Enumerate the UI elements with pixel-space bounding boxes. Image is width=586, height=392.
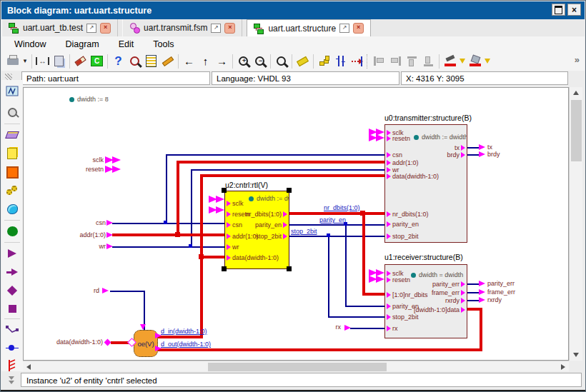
check-diagram-button[interactable] xyxy=(72,53,89,69)
oe-port-enable[interactable] xyxy=(140,324,146,330)
port-arrow-wr[interactable] xyxy=(106,243,113,249)
tab-close-icon[interactable]: × xyxy=(224,23,235,34)
net-label-d-out[interactable]: d_out(dwidth-1:0) xyxy=(161,341,211,348)
wire-frame-err[interactable] xyxy=(467,292,479,293)
signal-label-frame-err[interactable]: frame_err xyxy=(487,288,515,296)
signal-label-parity-err[interactable]: parity_err xyxy=(487,280,515,287)
port-arrow-frame-err[interactable] xyxy=(479,289,485,295)
bus-addr[interactable] xyxy=(177,161,384,164)
zoom-full-button[interactable] xyxy=(273,53,289,69)
global-port-resetn[interactable] xyxy=(105,166,121,173)
zoom-in-button[interactable]: + xyxy=(235,53,252,69)
port-label[interactable]: rxrdy xyxy=(445,297,460,304)
port-label[interactable]: parity_en xyxy=(255,221,282,228)
block-title-u2[interactable]: u2:cntrl:rtl(V) xyxy=(225,181,268,189)
toolbar-overflow-button[interactable]: » xyxy=(575,54,580,65)
port-in-tool-button[interactable] xyxy=(4,245,21,262)
generic-note[interactable]: dwidth := 8 xyxy=(69,96,109,103)
signal-tool-button[interactable] xyxy=(4,321,21,338)
signal-label-data[interactable]: data(dwidth-1:0) xyxy=(47,338,103,346)
port-label[interactable]: stop_2bit xyxy=(392,233,419,240)
reroute-button[interactable] xyxy=(349,53,365,69)
bus-d-out[interactable] xyxy=(158,348,482,351)
zoom-out-button[interactable]: − xyxy=(252,53,268,69)
port-label[interactable]: stop_2bit xyxy=(392,313,419,321)
align-left-button[interactable] xyxy=(371,53,387,69)
global-port-resetn[interactable] xyxy=(369,276,385,283)
wire-wr[interactable] xyxy=(191,169,384,171)
align-right-button[interactable] xyxy=(387,53,404,69)
menu-diagram[interactable]: Diagram xyxy=(65,39,99,49)
scroll-left-button[interactable] xyxy=(23,361,34,372)
port-label[interactable]: data(dwidth-1:0) xyxy=(232,254,279,261)
eraser-tool-button[interactable] xyxy=(4,126,21,144)
tab-uart-transmit-fsm[interactable]: uart.transmit.fsm ↗ × xyxy=(122,19,242,36)
port-arrow-parity-err[interactable] xyxy=(479,281,485,286)
signal-label-brdy[interactable]: brdy xyxy=(487,151,500,158)
global-port-resetn[interactable] xyxy=(369,134,385,141)
wire-stop-2bit[interactable] xyxy=(328,236,329,316)
signal-label-rxrdy[interactable]: rxrdy xyxy=(487,296,502,303)
port-label[interactable]: resetn xyxy=(392,135,410,142)
port-label[interactable]: rx xyxy=(392,325,398,332)
block-u2-cntrl[interactable]: dwidth := dwidth sclk resetn csn addr(1:… xyxy=(224,191,289,269)
menu-edit[interactable]: Edit xyxy=(119,39,134,49)
wire-tx[interactable] xyxy=(467,147,479,149)
report-button[interactable] xyxy=(143,53,159,69)
net-label-d-in[interactable]: d_in(dwidth-1:0) xyxy=(161,328,207,335)
close-button[interactable]: × xyxy=(567,4,581,16)
generate-button[interactable] xyxy=(4,182,21,199)
signal-label-sclk[interactable]: sclk xyxy=(46,156,104,164)
block-title-u1[interactable]: u1:receiver:structure(B) xyxy=(384,253,463,261)
wire-csn[interactable] xyxy=(166,154,167,223)
port-label[interactable]: nr_dbits(1:0) xyxy=(245,211,282,218)
menu-tools[interactable]: Tools xyxy=(153,39,174,49)
horizontal-scroll-thumb[interactable] xyxy=(208,363,387,371)
wire-csn[interactable] xyxy=(112,223,224,224)
navigate-forward-button[interactable]: → xyxy=(214,53,230,69)
port-label[interactable]: addr(1:0) xyxy=(392,159,419,166)
bus-nr-dbits[interactable] xyxy=(362,212,365,294)
edit-object-button[interactable] xyxy=(159,53,176,69)
junction-tool-button[interactable] xyxy=(4,339,21,356)
align-pins-button[interactable] xyxy=(332,53,349,69)
fit-view-button[interactable]: ↔ xyxy=(34,53,51,69)
port-label[interactable]: [dwidth-1:0]data xyxy=(414,306,460,313)
diamond-tool-button[interactable] xyxy=(4,282,21,299)
tab-uart-uart-structure[interactable]: uart.uart.structure ↗ × xyxy=(247,19,371,36)
signal-label-wr[interactable]: wr xyxy=(49,243,106,250)
bus-nr-dbits[interactable] xyxy=(289,212,384,215)
bus-addr[interactable] xyxy=(177,161,179,236)
compile-button[interactable]: C xyxy=(89,53,105,69)
scroll-up-button[interactable] xyxy=(570,87,582,99)
tab-close-icon[interactable]: × xyxy=(353,23,364,34)
find-button[interactable] xyxy=(126,53,143,69)
port-label[interactable]: parity_en xyxy=(392,221,419,228)
port-label[interactable]: csn xyxy=(232,221,242,228)
wire-parity-en[interactable] xyxy=(345,306,384,307)
horizontal-scrollbar[interactable] xyxy=(23,361,569,372)
pan-zoom-tool-button[interactable] xyxy=(4,104,21,121)
bus-data[interactable] xyxy=(200,174,384,177)
signal-label-csn[interactable]: csn xyxy=(49,219,106,226)
port-arrow-csn[interactable] xyxy=(106,220,113,226)
navigate-back-button[interactable]: ← xyxy=(181,53,197,69)
vertical-scroll-thumb[interactable] xyxy=(571,100,582,161)
port-label[interactable]: brdy xyxy=(447,151,460,159)
signal-label-rx[interactable]: rx xyxy=(328,323,341,331)
open-in-window-icon[interactable]: ↗ xyxy=(211,24,221,33)
port-label[interactable]: frame_err xyxy=(432,289,460,296)
add-component-button[interactable] xyxy=(4,164,21,181)
tab-uart-uart-tb-test[interactable]: uart.uart_tb.test ↗ × xyxy=(1,19,118,36)
menu-window[interactable]: Window xyxy=(14,39,46,49)
net-label-stop-2bit[interactable]: stop_2bit xyxy=(291,228,317,235)
port-label[interactable]: nr_dbits(1:0) xyxy=(392,211,429,218)
net-label-parity-en[interactable]: parity_en xyxy=(319,216,346,223)
rect-tool-button[interactable] xyxy=(4,300,21,317)
diagram-canvas[interactable]: dwidth := 8 xyxy=(23,87,569,361)
wire-parity-en[interactable] xyxy=(289,224,384,226)
signal-label-tx[interactable]: tx xyxy=(487,144,492,151)
wire-csn[interactable] xyxy=(166,154,384,156)
wire-stop-2bit[interactable] xyxy=(289,236,384,237)
selection-handle[interactable] xyxy=(222,188,227,193)
